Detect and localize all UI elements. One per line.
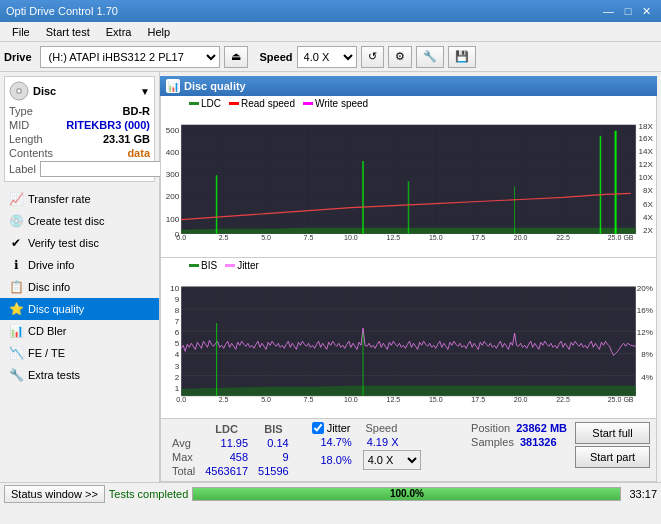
disc-type-key: Type [9,105,33,117]
legend-read: Read speed [229,98,295,109]
svg-text:22.5: 22.5 [556,395,570,402]
close-button[interactable]: ✕ [638,3,655,19]
settings-btn-2[interactable]: 🔧 [416,46,444,68]
samples-row: Samples 381326 [471,436,567,448]
maximize-button[interactable]: □ [620,3,636,19]
chart-panel-header: 📊 Disc quality [160,76,657,96]
sidebar-item-label: Disc info [28,281,70,293]
window-controls: — □ ✕ [599,3,655,19]
drive-label: Drive [4,51,32,63]
sidebar-item-drive-info[interactable]: ℹ Drive info [0,254,159,276]
svg-text:14X: 14X [639,147,654,156]
settings-btn-1[interactable]: ⚙ [388,46,412,68]
disc-label-input[interactable] [40,161,173,177]
sidebar-item-verify-test-disc[interactable]: ✔ Verify test disc [0,232,159,254]
jitter-legend-color [225,264,235,267]
avg-empty [294,436,304,450]
stats-area: LDC BIS Avg 11.95 0.14 Max 458 [160,419,657,482]
app-title: Opti Drive Control 1.70 [6,5,118,17]
svg-text:20%: 20% [637,283,653,292]
cd-bler-icon: 📊 [8,323,24,339]
menu-start-test[interactable]: Start test [38,24,98,40]
avg-jitter-row: 14.7% 4.19 X [312,436,421,448]
position-row: Position 23862 MB [471,422,567,434]
sidebar: Disc ▼ Type BD-R MID RITEKBR3 (000) Leng… [0,72,160,482]
svg-text:8: 8 [175,305,180,314]
svg-text:4X: 4X [643,213,653,222]
max-label: Max [167,450,200,464]
menu-extra[interactable]: Extra [98,24,140,40]
ldc-legend-label: LDC [201,98,221,109]
svg-text:0.0: 0.0 [176,395,186,402]
chart-panel-icon: 📊 [166,79,180,93]
svg-text:15.0: 15.0 [429,234,443,241]
sidebar-item-transfer-rate[interactable]: 📈 Transfer rate [0,188,159,210]
disc-mid-key: MID [9,119,29,131]
disc-length-key: Length [9,133,43,145]
refresh-button[interactable]: ↺ [361,46,384,68]
svg-text:500: 500 [166,126,180,135]
samples-label: Samples [471,436,514,448]
disc-expand-icon[interactable]: ▼ [140,86,150,97]
svg-text:4%: 4% [641,372,653,381]
svg-text:22.5: 22.5 [556,234,570,241]
avg-speed-val: 4.19 X [367,436,399,448]
sidebar-item-disc-info[interactable]: 📋 Disc info [0,276,159,298]
start-part-button[interactable]: Start part [575,446,650,468]
disc-quality-icon: ⭐ [8,301,24,317]
sidebar-item-label: CD Bler [28,325,67,337]
disc-length-val: 23.31 GB [103,133,150,145]
legend-bis: BIS [189,260,217,271]
verify-test-disc-icon: ✔ [8,235,24,251]
total-empty [294,464,304,478]
stats-speed-dropdown[interactable]: 4.0 X [363,450,421,470]
status-time: 33:17 [629,488,657,500]
drive-select[interactable]: (H:) ATAPI iHBS312 2 PL17 [40,46,220,68]
menu-file[interactable]: File [4,24,38,40]
progress-text: 100.0% [193,488,620,500]
max-ldc: 458 [200,450,253,464]
total-ldc: 4563617 [200,464,253,478]
disc-info-icon: 📋 [8,279,24,295]
max-row: Max 458 9 [167,450,304,464]
svg-text:2.5: 2.5 [219,234,229,241]
disc-length-row: Length 23.31 GB [9,133,150,145]
svg-text:12.5: 12.5 [386,234,400,241]
menu-help[interactable]: Help [139,24,178,40]
svg-text:20.0: 20.0 [514,395,528,402]
svg-text:100: 100 [166,215,180,224]
sidebar-item-fe-te[interactable]: 📉 FE / TE [0,342,159,364]
start-full-button[interactable]: Start full [575,422,650,444]
minimize-button[interactable]: — [599,3,618,19]
sidebar-item-create-test-disc[interactable]: 💿 Create test disc [0,210,159,232]
svg-text:9: 9 [175,294,180,303]
jitter-speed-section: Jitter Speed 14.7% 4.19 X 18.0% 4.0 X [312,422,421,470]
sidebar-item-disc-quality[interactable]: ⭐ Disc quality [0,298,159,320]
avg-jitter-val: 14.7% [312,436,352,448]
eject-button[interactable]: ⏏ [224,46,248,68]
save-button[interactable]: 💾 [448,46,476,68]
svg-text:0.0: 0.0 [176,234,186,241]
max-jitter-val: 18.0% [312,454,352,466]
avg-row: Avg 11.95 0.14 [167,436,304,450]
svg-text:10.0: 10.0 [344,395,358,402]
svg-text:5: 5 [175,339,180,348]
svg-text:5.0: 5.0 [261,395,271,402]
svg-text:6X: 6X [643,200,653,209]
status-window-button[interactable]: Status window >> [4,485,105,503]
svg-point-2 [18,90,21,93]
position-section: Position 23862 MB Samples 381326 [471,422,567,448]
jitter-checkbox[interactable] [312,422,324,434]
total-label: Total [167,464,200,478]
svg-text:10X: 10X [639,173,654,182]
svg-rect-70 [181,286,636,395]
svg-text:2: 2 [175,372,180,381]
sidebar-item-cd-bler[interactable]: 📊 CD Bler [0,320,159,342]
charts-wrapper: LDC Read speed Write speed 500 400 [160,96,657,419]
status-bar: Status window >> Tests completed 100.0% … [0,482,661,504]
svg-text:7.5: 7.5 [304,395,314,402]
max-jitter-row: 18.0% 4.0 X [312,450,421,470]
chart-panel-title: Disc quality [184,80,246,92]
sidebar-item-extra-tests[interactable]: 🔧 Extra tests [0,364,159,386]
speed-select[interactable]: 4.0 X 8.0 X [297,46,357,68]
